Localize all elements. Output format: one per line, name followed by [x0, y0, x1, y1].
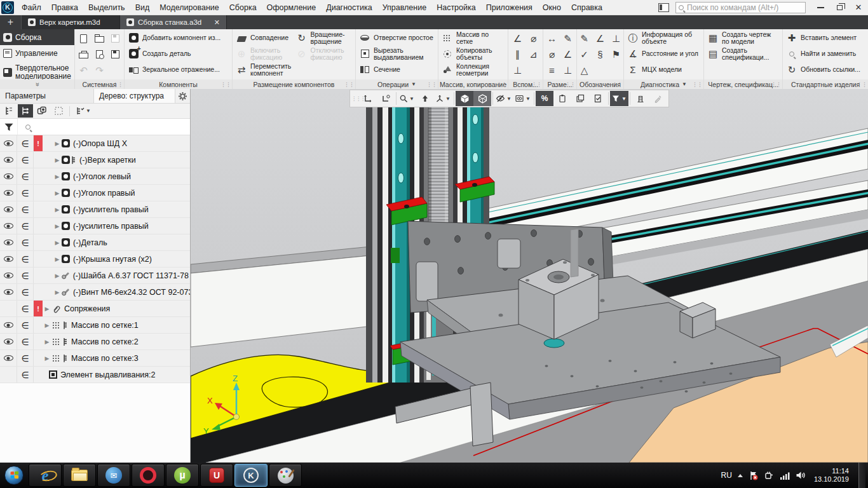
tree-item-shaiba[interactable]: (-)Шайба А.6.37 ГОСТ 11371-78 (х4: [0, 268, 190, 284]
section-button[interactable]: Сечение: [357, 62, 437, 78]
notation-triangle-button[interactable]: △: [581, 65, 588, 75]
include-toggle[interactable]: [17, 251, 34, 267]
expand-arrow[interactable]: [53, 140, 62, 147]
dim-aux-button[interactable]: ⊥: [564, 65, 572, 75]
create-drawing-button[interactable]: ▦ Создать чертеж по модели: [705, 30, 781, 46]
dim-linear-button[interactable]: ↔: [547, 34, 557, 43]
nav-management[interactable]: Управление: [0, 45, 74, 61]
notation-check-button[interactable]: ✓: [580, 50, 588, 59]
notation-leader-button[interactable]: ∠: [596, 34, 604, 43]
start-button[interactable]: [2, 463, 26, 487]
show-scene-button[interactable]: ▼: [513, 91, 532, 106]
expand-arrow[interactable]: [43, 355, 51, 362]
local-cs-button[interactable]: [359, 91, 377, 106]
include-toggle[interactable]: [17, 218, 34, 234]
taskbar-kompas-button[interactable]: K: [234, 464, 268, 487]
simple-hole-button[interactable]: Отверстие простое: [357, 30, 437, 46]
language-indicator[interactable]: RU: [721, 471, 732, 480]
update-links-button[interactable]: ↻ Обновить ссылки...: [784, 62, 867, 78]
notation-mark-button[interactable]: §: [597, 50, 602, 59]
create-part-button[interactable]: Создать деталь: [126, 46, 231, 62]
tree-item-vint[interactable]: (-)Винт М6-6ех24.32 ОСТ 92-0737-: [0, 284, 190, 301]
open-button[interactable]: [95, 34, 104, 43]
coincidence-button[interactable]: Совпадение: [234, 30, 294, 46]
menu-window[interactable]: Окно: [538, 0, 566, 15]
tree-filter-button[interactable]: [0, 119, 18, 135]
orientation-button[interactable]: [416, 91, 434, 106]
tree-item-verh-karetki[interactable]: (-)Верх каретки: [0, 152, 190, 168]
close-button[interactable]: ✕: [849, 1, 868, 15]
visibility-toggle[interactable]: [0, 251, 17, 267]
dim-table-button[interactable]: ≡: [549, 65, 555, 75]
layers-button[interactable]: [571, 91, 589, 106]
tab-tree-structure[interactable]: Дерево: структура: [94, 89, 175, 103]
toolbar-grip[interactable]: ⋮⋮⋮: [351, 96, 359, 102]
notation-flag-button[interactable]: ⚑: [612, 50, 620, 59]
menu-assembly[interactable]: Сборка: [224, 0, 262, 15]
include-toggle[interactable]: [17, 268, 34, 283]
visibility-toggle[interactable]: [0, 218, 17, 234]
tree-item-kryshka[interactable]: (-)Крышка гнутая (x2): [0, 251, 190, 268]
aux-spiral-button[interactable]: ⊿: [529, 50, 538, 59]
include-toggle[interactable]: [17, 152, 34, 168]
copy-objects-button[interactable]: Копировать объекты: [440, 46, 506, 62]
visibility-toggle[interactable]: [0, 350, 17, 366]
new-document-tab-button[interactable]: [0, 15, 22, 29]
panels-toggle-icon[interactable]: [658, 3, 669, 12]
object-info-button[interactable]: ⓘ Информация об объекте: [625, 30, 702, 46]
clipboard-button[interactable]: [553, 91, 571, 106]
geometry-collection-button[interactable]: Коллекция геометрии: [440, 62, 506, 78]
move-cs-button[interactable]: ▼: [434, 91, 452, 106]
sheet-check-button[interactable]: [589, 91, 607, 106]
notation-base-button[interactable]: ⊥: [612, 34, 620, 43]
expand-arrow[interactable]: [43, 306, 51, 312]
3d-viewport[interactable]: Z X Y ⋮⋮⋮ ▼ ▼: [191, 89, 868, 463]
include-toggle[interactable]: [17, 350, 34, 366]
mirror-button[interactable]: Зеркальное отражение...: [126, 62, 231, 78]
add-component-button[interactable]: Добавить компонент из...: [126, 30, 231, 46]
distance-angle-button[interactable]: ∡ Расстояние и угол: [625, 46, 702, 62]
hide-objects-button[interactable]: ▼: [494, 91, 513, 106]
visibility-toggle[interactable]: [0, 201, 17, 217]
visibility-toggle[interactable]: [0, 234, 17, 250]
snap-button[interactable]: %: [536, 91, 553, 106]
menu-modeling[interactable]: Моделирование: [154, 0, 224, 15]
3d-scene[interactable]: Z X Y: [191, 89, 868, 463]
visibility-toggle[interactable]: [0, 317, 17, 333]
menu-select[interactable]: Выделить: [83, 0, 130, 15]
tab-close-icon[interactable]: [209, 18, 220, 27]
include-toggle[interactable]: [17, 301, 34, 316]
insert-element-button[interactable]: ✚ Вставить элемент: [784, 30, 867, 46]
placement-cs-button[interactable]: [377, 91, 395, 106]
network-signal-icon[interactable]: [780, 471, 790, 480]
include-toggle[interactable]: [17, 367, 34, 383]
minimize-button[interactable]: [811, 1, 830, 15]
dim-pen-button[interactable]: ✎: [564, 34, 572, 43]
tray-expand-icon[interactable]: [738, 474, 743, 477]
taskbar-opera-button[interactable]: [132, 464, 165, 487]
include-toggle[interactable]: [17, 185, 34, 201]
expand-arrow[interactable]: [53, 223, 62, 229]
menu-settings[interactable]: Настройка: [431, 0, 481, 15]
visibility-toggle[interactable]: [0, 168, 17, 184]
taskbar-paint-button[interactable]: [269, 464, 302, 487]
menu-edit[interactable]: Правка: [46, 0, 83, 15]
tree-search-input[interactable]: [34, 119, 190, 135]
grid-array-button[interactable]: Массив по сетке: [440, 30, 506, 46]
taskbar-ie-button[interactable]: e: [29, 464, 62, 487]
visibility-toggle[interactable]: [0, 135, 17, 151]
taskbar-utorrent-button[interactable]: µ: [166, 464, 199, 487]
visibility-toggle[interactable]: [0, 185, 17, 201]
find-replace-button[interactable]: Найти и заменить: [784, 46, 867, 62]
menu-file[interactable]: Файл: [17, 0, 46, 15]
expand-arrow[interactable]: [53, 240, 62, 246]
save-button[interactable]: [111, 34, 119, 43]
menu-diagnostics[interactable]: Диагностика: [321, 0, 377, 15]
print-button[interactable]: [79, 50, 88, 58]
visibility-toggle[interactable]: [0, 268, 17, 283]
mass-properties-button[interactable]: Σ МЦХ модели: [625, 62, 702, 78]
filter-button[interactable]: ▼: [610, 91, 628, 106]
include-toggle[interactable]: [17, 135, 34, 151]
include-toggle[interactable]: [17, 317, 34, 333]
linear-rail-left[interactable]: [392, 92, 410, 383]
